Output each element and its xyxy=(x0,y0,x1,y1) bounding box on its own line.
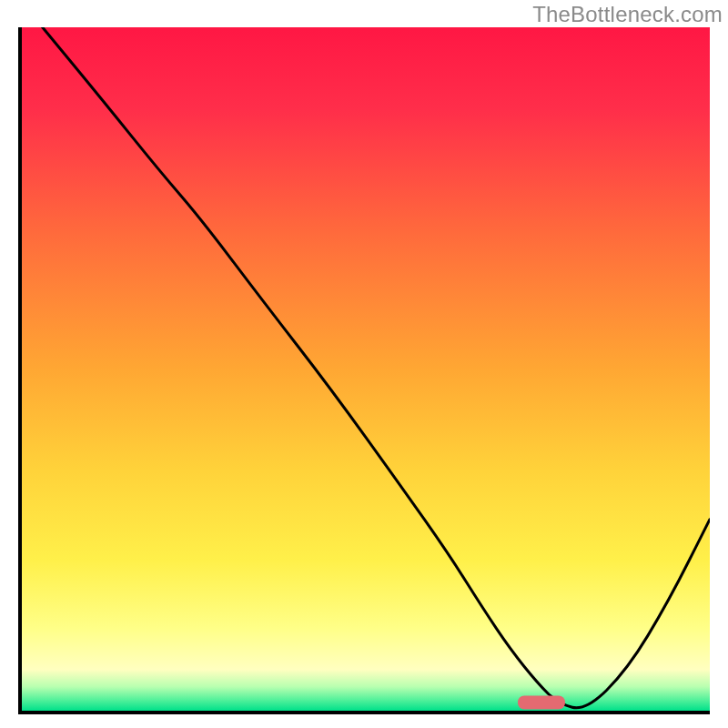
optimal-marker xyxy=(518,695,565,709)
chart-frame: TheBottleneck.com xyxy=(0,0,728,728)
bottleneck-curve xyxy=(22,27,710,711)
watermark-text: TheBottleneck.com xyxy=(532,2,723,27)
plot-area xyxy=(18,27,710,714)
